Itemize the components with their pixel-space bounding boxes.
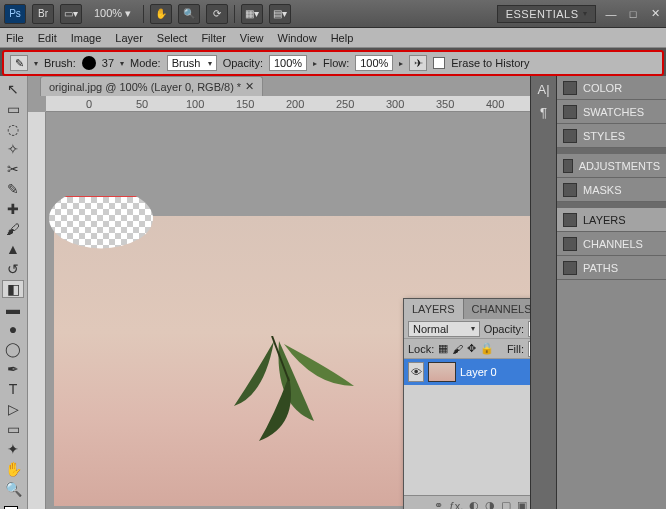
dock-collapsed: A| ¶ <box>530 76 556 509</box>
menu-filter[interactable]: Filter <box>201 32 225 44</box>
hand-tool-icon[interactable]: ✋ <box>2 460 24 478</box>
color-icon <box>563 81 577 95</box>
menu-edit[interactable]: Edit <box>38 32 57 44</box>
adjustments-panel[interactable]: ADJUSTMENTS <box>557 154 666 178</box>
swatches-panel[interactable]: SWATCHES <box>557 100 666 124</box>
visibility-icon[interactable]: 👁 <box>408 362 424 382</box>
layers-tab[interactable]: LAYERS <box>404 299 464 319</box>
menu-window[interactable]: Window <box>278 32 317 44</box>
airbrush-icon[interactable]: ✈ <box>409 55 427 71</box>
minimize-icon[interactable]: — <box>604 7 618 21</box>
panel-dock: COLOR SWATCHES STYLES ADJUSTMENTS MASKS … <box>556 76 666 509</box>
screen-mode-button[interactable]: ▭▾ <box>60 4 82 24</box>
fx-icon[interactable]: ƒx. <box>449 500 464 510</box>
fill-label: Fill: <box>507 343 524 355</box>
lock-pixels-icon[interactable]: 🖌 <box>452 343 463 355</box>
mask-icon[interactable]: ◐ <box>469 499 479 509</box>
move-tool-icon[interactable]: ↖ <box>2 80 24 98</box>
toolbox: ↖ ▭ ◌ ✧ ✂ ✎ ✚ 🖌 ▲ ↺ ◧ ▬ ● ◯ ✒ T ▷ ▭ ✦ ✋ … <box>0 76 28 509</box>
flow-label: Flow: <box>323 57 349 69</box>
menu-image[interactable]: Image <box>71 32 102 44</box>
menu-view[interactable]: View <box>240 32 264 44</box>
layer-opacity-input[interactable]: 100% <box>528 321 530 337</box>
opacity-label: Opacity: <box>223 57 263 69</box>
group-icon[interactable]: ▢ <box>501 499 511 509</box>
zoom-level[interactable]: 100% ▾ <box>88 7 137 20</box>
layer-opacity-label: Opacity: <box>484 323 524 335</box>
maximize-icon[interactable]: □ <box>626 7 640 21</box>
eraser-tool-icon[interactable]: ◧ <box>2 280 24 298</box>
new-layer-icon[interactable]: ▣ <box>517 499 527 509</box>
bridge-button[interactable]: Br <box>32 4 54 24</box>
tab-close-icon[interactable]: ✕ <box>245 80 254 93</box>
title-bar: Ps Br ▭▾ 100% ▾ ✋ 🔍 ⟳ ▦▾ ▤▾ ESSENTIALS▾ … <box>0 0 666 28</box>
paragraph-panel-icon[interactable]: ¶ <box>540 105 547 120</box>
color-panel[interactable]: COLOR <box>557 76 666 100</box>
brush-label: Brush: <box>44 57 76 69</box>
gradient-tool-icon[interactable]: ▬ <box>2 300 24 318</box>
brush-tool-icon[interactable]: 🖌 <box>2 220 24 238</box>
type-tool-icon[interactable]: T <box>2 380 24 398</box>
channels-tab[interactable]: CHANNELS <box>464 299 530 319</box>
layer-thumbnail[interactable] <box>428 362 456 382</box>
opacity-input[interactable]: 100% <box>269 55 307 71</box>
layers-panel-button[interactable]: LAYERS <box>557 208 666 232</box>
app-logo[interactable]: Ps <box>4 4 26 24</box>
close-icon[interactable]: ✕ <box>648 7 662 21</box>
lasso-tool-icon[interactable]: ◌ <box>2 120 24 138</box>
styles-panel[interactable]: STYLES <box>557 124 666 148</box>
rotate-tool-icon[interactable]: ⟳ <box>206 4 228 24</box>
lock-all-icon[interactable]: 🔒 <box>480 342 494 355</box>
color-swatches[interactable] <box>2 504 25 505</box>
pen-tool-icon[interactable]: ✒ <box>2 360 24 378</box>
character-panel-icon[interactable]: A| <box>537 82 549 97</box>
workspace-switcher[interactable]: ESSENTIALS▾ <box>497 5 596 23</box>
blur-tool-icon[interactable]: ● <box>2 320 24 338</box>
erase-history-checkbox[interactable] <box>433 57 445 69</box>
menu-layer[interactable]: Layer <box>115 32 143 44</box>
hand-tool-icon[interactable]: ✋ <box>150 4 172 24</box>
masks-panel[interactable]: MASKS <box>557 178 666 202</box>
swatches-icon <box>563 105 577 119</box>
menu-file[interactable]: File <box>6 32 24 44</box>
adjustment-layer-icon[interactable]: ◑ <box>485 499 495 509</box>
leaves-image <box>204 336 384 466</box>
extras-button[interactable]: ▤▾ <box>269 4 291 24</box>
heal-tool-icon[interactable]: ✚ <box>2 200 24 218</box>
ruler-horizontal: 050100150200250300350400 <box>46 96 530 112</box>
mode-label: Mode: <box>130 57 161 69</box>
menu-help[interactable]: Help <box>331 32 354 44</box>
brush-preset[interactable] <box>82 56 96 70</box>
masks-icon <box>563 183 577 197</box>
arrange-docs-button[interactable]: ▦▾ <box>241 4 263 24</box>
3d-tool-icon[interactable]: ✦ <box>2 440 24 458</box>
history-brush-icon[interactable]: ↺ <box>2 260 24 278</box>
document-tab[interactable]: original.jpg @ 100% (Layer 0, RGB/8) *✕ <box>40 76 263 96</box>
fill-input[interactable]: 100% <box>528 341 530 357</box>
eyedropper-tool-icon[interactable]: ✎ <box>2 180 24 198</box>
mode-select[interactable]: Brush▾ <box>167 55 217 71</box>
blend-mode-select[interactable]: Normal▾ <box>408 321 480 337</box>
zoom-tool-icon[interactable]: 🔍 <box>2 480 24 498</box>
lock-transparency-icon[interactable]: ▦ <box>438 342 448 355</box>
flow-input[interactable]: 100% <box>355 55 393 71</box>
zoom-tool-icon[interactable]: 🔍 <box>178 4 200 24</box>
marquee-tool-icon[interactable]: ▭ <box>2 100 24 118</box>
path-tool-icon[interactable]: ▷ <box>2 400 24 418</box>
wand-tool-icon[interactable]: ✧ <box>2 140 24 158</box>
channels-panel-button[interactable]: CHANNELS <box>557 232 666 256</box>
paths-panel-button[interactable]: PATHS <box>557 256 666 280</box>
channels-icon <box>563 237 577 251</box>
dodge-tool-icon[interactable]: ◯ <box>2 340 24 358</box>
stamp-tool-icon[interactable]: ▲ <box>2 240 24 258</box>
layer-name[interactable]: Layer 0 <box>460 366 497 378</box>
layer-row[interactable]: 👁 Layer 0 <box>404 359 530 385</box>
crop-tool-icon[interactable]: ✂ <box>2 160 24 178</box>
link-layers-icon[interactable]: ⚭ <box>434 499 443 509</box>
lock-position-icon[interactable]: ✥ <box>467 342 476 355</box>
eraser-tool-icon[interactable]: ✎ <box>10 55 28 71</box>
menu-select[interactable]: Select <box>157 32 188 44</box>
brush-size: 37 <box>102 57 114 69</box>
shape-tool-icon[interactable]: ▭ <box>2 420 24 438</box>
layers-icon <box>563 213 577 227</box>
